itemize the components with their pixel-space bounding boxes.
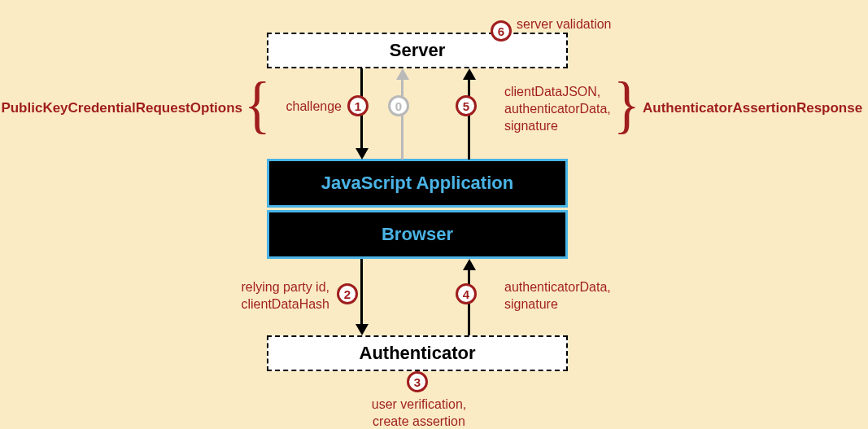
- step-5-num: 5: [463, 99, 469, 113]
- step-2-text: relying party id, clientDataHash: [224, 279, 329, 313]
- step-5-text: clientDataJSON, authenticatorData, signa…: [504, 84, 611, 134]
- step-6-text: server validation: [517, 16, 612, 33]
- arrow-2-head: [355, 324, 369, 335]
- server-box: Server: [267, 33, 568, 68]
- right-bold-label: AuthenticatorAssertionResponse: [643, 99, 862, 117]
- diagram-stage: Server JavaScript Application Browser Au…: [0, 0, 868, 429]
- arrow-0-head: [396, 68, 409, 80]
- jsapp-box: JavaScript Application: [267, 159, 568, 208]
- step-4-num: 4: [463, 287, 469, 301]
- step-4-circle: 4: [456, 283, 477, 304]
- server-label: Server: [390, 40, 446, 61]
- arrow-5-line: [468, 79, 470, 160]
- jsapp-label: JavaScript Application: [321, 173, 513, 194]
- brace-left: {: [244, 73, 271, 137]
- browser-label: Browser: [382, 224, 453, 245]
- step-2-num: 2: [344, 287, 351, 301]
- step-6-circle: 6: [491, 20, 512, 42]
- step-4-text: authenticatorData, signature: [504, 279, 611, 313]
- brace-right: }: [613, 73, 640, 137]
- step-3-num: 3: [414, 375, 421, 389]
- arrow-0-line: [401, 79, 403, 160]
- step-1-num: 1: [355, 99, 361, 113]
- arrow-1-head: [355, 148, 369, 160]
- browser-box: Browser: [267, 210, 568, 259]
- step-5-circle: 5: [456, 95, 477, 116]
- authenticator-box: Authenticator: [267, 335, 568, 371]
- step-3-text: user verification, create assertion: [358, 396, 480, 429]
- arrow-2-line: [360, 259, 363, 326]
- step-6-num: 6: [498, 24, 504, 38]
- step-2-circle: 2: [337, 283, 358, 304]
- step-0-num: 0: [395, 99, 402, 113]
- step-3-circle: 3: [407, 371, 428, 392]
- step-0-circle: 0: [388, 95, 409, 116]
- step-1-text: challenge: [268, 98, 342, 116]
- step-1-circle: 1: [347, 95, 369, 116]
- arrow-5-head: [463, 68, 476, 80]
- arrow-4-head: [463, 259, 476, 270]
- left-bold-label: PublicKeyCredentialRequestOptions: [0, 99, 242, 117]
- authenticator-label: Authenticator: [360, 343, 476, 364]
